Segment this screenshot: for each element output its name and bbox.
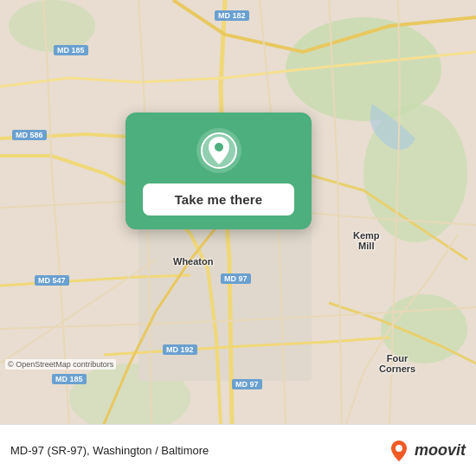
road-badge-md97-mid: MD 97 [221,273,251,284]
map-container: MD 182 MD 185 MD 586 MD 547 MD 97 MD 192… [0,0,476,424]
place-label-wheaton: Wheaton [173,256,213,267]
svg-point-9 [215,143,223,151]
svg-point-10 [396,445,402,452]
map-attribution: © OpenStreetMap contributors [5,359,116,370]
road-badge-md547: MD 547 [35,275,69,286]
road-label: MD-97 (SR-97), Washington / Baltimore [10,444,209,457]
moovit-logo: moovit [387,439,466,463]
map-pin-icon [196,128,241,173]
bottom-bar: MD-97 (SR-97), Washington / Baltimore mo… [0,424,476,476]
road-badge-md192: MD 192 [163,344,197,355]
take-me-there-button[interactable]: Take me there [143,183,294,215]
place-label-kemp-mill: KempMill [353,230,380,251]
road-badge-md185-bot: MD 185 [52,374,87,384]
moovit-brand-text: moovit [415,441,466,460]
road-badge-md182: MD 182 [215,10,249,21]
svg-point-4 [9,0,95,52]
road-badge-md97-bot: MD 97 [232,379,262,389]
road-badge-md185-top: MD 185 [54,45,88,55]
moovit-brand-icon [387,439,411,463]
svg-rect-6 [138,225,312,381]
road-badge-md586: MD 586 [12,130,47,140]
location-card: Take me there [125,113,312,229]
place-label-four-corners: FourCorners [379,353,415,374]
